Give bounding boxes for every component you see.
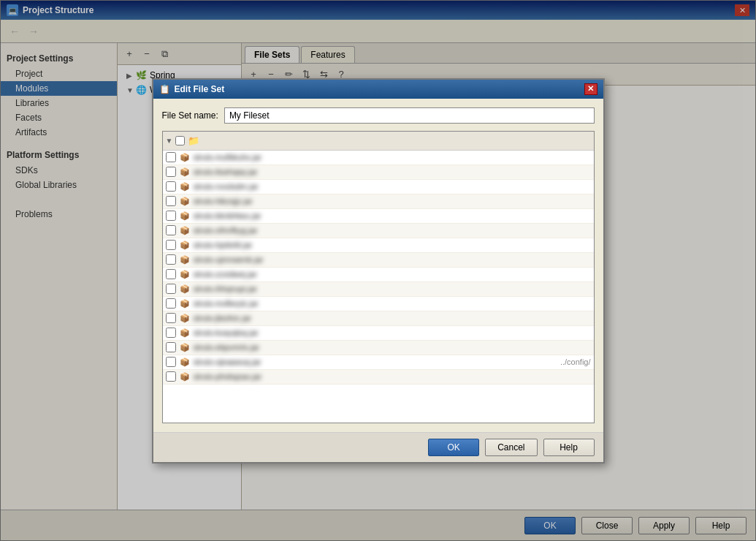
file-row: 📦 struts-bknbhtwu.jar — [163, 209, 594, 224]
modal-help-button[interactable]: Help — [543, 439, 595, 456]
file-name-7: struts-ujmnwenb.jar — [194, 255, 591, 264]
modal-overlay: 📋 Edit File Set ✕ File Set name: ▼ 📁 — [0, 0, 756, 541]
file-checkbox-14[interactable] — [166, 357, 176, 367]
file-checkbox-4[interactable] — [166, 211, 176, 221]
file-checkbox-12[interactable] — [166, 328, 176, 338]
modal-footer: OK Cancel Help — [153, 432, 603, 462]
file-jar-icon: 📦 — [179, 151, 191, 163]
modal-cancel-button[interactable]: Cancel — [485, 439, 537, 456]
file-list-toolbar: ▼ 📁 — [163, 132, 594, 151]
file-name-8: struts-zzxidwej.jar — [194, 270, 591, 279]
file-row: 📦 struts-rxxslsdm.jar — [163, 180, 594, 194]
file-jar-icon: 📦 — [179, 181, 191, 192]
file-list-content: 📦 struts-mufbkuhx.jar 📦 struts-ttsehqep.… — [163, 151, 594, 423]
file-name-3: struts-hikzsjjz.jar — [194, 197, 591, 205]
file-checkbox-9[interactable] — [166, 284, 176, 294]
file-jar-icon: 📦 — [179, 195, 191, 207]
file-row: 📦 struts-ihhqnupi.jar — [163, 282, 594, 297]
file-row: 📦 struts-zzxidwej.jar — [163, 268, 594, 282]
file-jar-icon: 📦 — [179, 254, 191, 265]
file-checkbox-8[interactable] — [166, 269, 176, 279]
file-name-4: struts-bknbhtwu.jar — [194, 211, 591, 220]
file-path-14: ../config/ — [560, 357, 591, 366]
select-all-checkbox[interactable] — [175, 136, 185, 145]
file-row: 📦 struts-ofmrfkyg.jar — [163, 224, 594, 238]
file-jar-icon: 📦 — [179, 312, 191, 324]
fileset-name-label: File Set name: — [162, 110, 218, 121]
file-checkbox-15[interactable] — [166, 371, 176, 382]
file-checkbox-6[interactable] — [166, 240, 176, 250]
modal-close-button[interactable]: ✕ — [584, 83, 597, 95]
file-checkbox-1[interactable] — [166, 167, 176, 177]
modal-ok-label: OK — [447, 442, 459, 453]
modal-body: File Set name: ▼ 📁 📦 struts-mufbkuhx.jar… — [153, 99, 603, 432]
file-row: 📦 struts-mxfkeytz.jar — [163, 297, 594, 311]
file-checkbox-11[interactable] — [166, 313, 176, 323]
file-row: 📦 struts-ojeaawuq.jar ../config/ — [163, 355, 594, 370]
file-jar-icon: 📦 — [179, 166, 191, 178]
file-checkbox-10[interactable] — [166, 298, 176, 309]
fileset-name-row: File Set name: — [162, 107, 595, 124]
modal-icon: 📋 — [159, 84, 170, 94]
file-checkbox-7[interactable] — [166, 254, 176, 265]
file-jar-icon: 📦 — [179, 268, 191, 280]
file-checkbox-0[interactable] — [166, 152, 176, 162]
modal-help-label: Help — [560, 442, 578, 453]
file-jar-icon: 📦 — [179, 210, 191, 222]
file-row: 📦 struts-ttsehqep.jar — [163, 165, 594, 180]
file-jar-icon: 📦 — [179, 371, 191, 382]
file-row: 📦 struts-jbiufvic.jar — [163, 311, 594, 326]
file-checkbox-2[interactable] — [166, 181, 176, 192]
file-checkbox-3[interactable] — [166, 196, 176, 206]
file-name-0: struts-mufbkuhx.jar — [194, 153, 591, 162]
file-name-15: struts-phvbqzao.jar — [194, 372, 591, 381]
folder-icon: 📁 — [188, 135, 199, 146]
modal-title: 📋 Edit File Set — [159, 84, 225, 94]
file-name-1: struts-ttsehqep.jar — [194, 167, 591, 176]
file-name-5: struts-ofmrfkyg.jar — [194, 226, 591, 235]
file-row: 📦 struts-ujmnwenb.jar — [163, 253, 594, 268]
file-row: 📦 struts-hjstlofd.jar — [163, 238, 594, 253]
file-row: 📦 struts-mufbkuhx.jar — [163, 151, 594, 165]
file-jar-icon: 📦 — [179, 283, 191, 295]
file-checkbox-5[interactable] — [166, 225, 176, 235]
file-row: 📦 struts-ebpvmrlx.jar — [163, 341, 594, 355]
file-jar-icon: 📦 — [179, 298, 191, 309]
fileset-name-input[interactable] — [224, 107, 595, 124]
modal-ok-button[interactable]: OK — [428, 439, 479, 456]
file-row: 📦 struts-phvbqzao.jar — [163, 370, 594, 385]
file-name-14: struts-ojeaawuq.jar — [194, 357, 560, 366]
modal-title-label: Edit File Set — [175, 84, 225, 94]
file-name-6: struts-hjstlofd.jar — [194, 241, 591, 249]
file-name-9: struts-ihhqnupi.jar — [194, 284, 591, 293]
tree-collapse-icon: ▼ — [166, 137, 173, 145]
file-jar-icon: 📦 — [179, 356, 191, 368]
file-checkbox-13[interactable] — [166, 342, 176, 352]
file-name-13: struts-ebpvmrlx.jar — [194, 343, 591, 352]
modal-title-bar: 📋 Edit File Set ✕ — [153, 80, 603, 99]
file-jar-icon: 📦 — [179, 224, 191, 236]
file-row: 📦 struts-hikzsjjz.jar — [163, 194, 594, 209]
file-list-area: ▼ 📁 📦 struts-mufbkuhx.jar 📦 struts-ttseh… — [162, 131, 595, 423]
file-row: 📦 struts-kxayqtsq.jar — [163, 326, 594, 341]
file-name-2: struts-rxxslsdm.jar — [194, 182, 591, 191]
file-jar-icon: 📦 — [179, 341, 191, 353]
modal-cancel-label: Cancel — [497, 442, 524, 453]
file-jar-icon: 📦 — [179, 239, 191, 251]
file-name-11: struts-jbiufvic.jar — [194, 314, 591, 322]
file-jar-icon: 📦 — [179, 327, 191, 338]
file-name-10: struts-mxfkeytz.jar — [194, 299, 591, 308]
edit-fileset-modal: 📋 Edit File Set ✕ File Set name: ▼ 📁 — [152, 78, 605, 464]
file-name-12: struts-kxayqtsq.jar — [194, 328, 591, 337]
